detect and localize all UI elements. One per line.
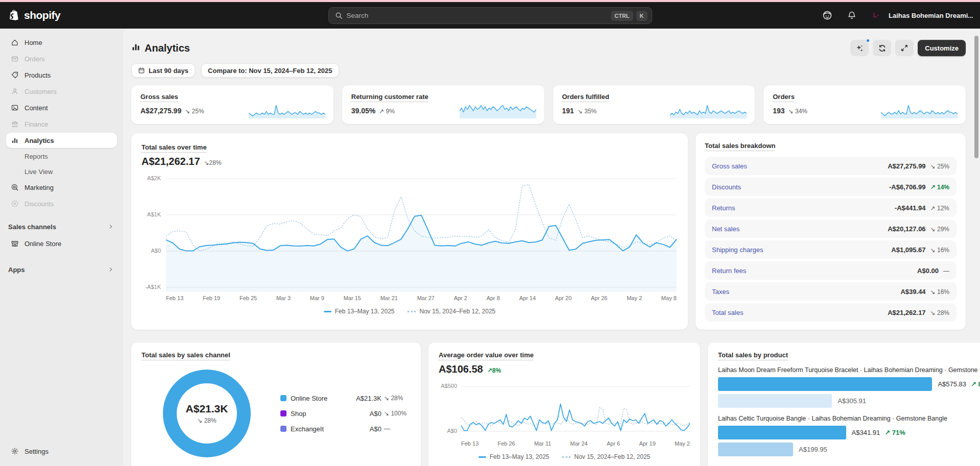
sidebar-item-label: Orders (25, 55, 45, 63)
channel-legend-item-exchangeit: ExchangeItA$0— (280, 425, 411, 433)
product-current-bar-row: A$575.83↗ 88% (718, 377, 980, 391)
total-sales-value: A$21,262.17 (141, 156, 200, 167)
breakdown-row-link[interactable]: Returns (712, 204, 735, 212)
global-search[interactable]: CTRL K (328, 7, 652, 24)
home-icon (10, 38, 19, 46)
sparkline-chart (249, 102, 325, 118)
metric-card-title[interactable]: Orders (773, 93, 795, 101)
x-axis-label: Apr 8 (487, 295, 500, 301)
channel-legend-item-online-store: Online StoreA$21.3K↘ 28% (280, 395, 411, 402)
y-axis-label: A$0 (141, 248, 161, 254)
breakdown-row-link[interactable]: Gross sales (712, 162, 747, 170)
channel-name: Shop (291, 410, 348, 418)
product-previous-bar (718, 443, 793, 456)
total-sales-over-time-title[interactable]: Total sales over time (141, 143, 207, 151)
store-menu-button[interactable]: L- Laihas Bohemian Dreami... (868, 8, 973, 23)
total-sales-x-axis: Feb 13Feb 19Feb 25Mar 3Mar 9Mar 15Mar 21… (166, 295, 677, 301)
compare-to-button[interactable]: Compare to: Nov 15, 2024–Feb 12, 2025 (201, 63, 339, 78)
metric-card-title[interactable]: Returning customer rate (351, 93, 428, 101)
k-key-badge: K (636, 11, 648, 21)
metric-delta: ↘ 25% (185, 108, 204, 115)
date-range-button[interactable]: Last 90 days (131, 63, 195, 78)
breakdown-row-value: A$21,262.17 (888, 309, 925, 316)
search-input[interactable] (347, 12, 608, 19)
breakdown-row-link[interactable]: Taxes (712, 288, 729, 296)
sidebar-item-live-view[interactable]: Live View (6, 164, 117, 179)
sales-by-product-title[interactable]: Total sales by product (718, 351, 788, 359)
customize-button[interactable]: Customize (918, 40, 966, 56)
sidebar-item-products[interactable]: Products (6, 67, 117, 83)
metric-delta: ↘ 34% (788, 108, 807, 115)
fullscreen-button[interactable] (895, 40, 914, 56)
y-axis-label: A$0 (439, 428, 457, 434)
shopify-logo[interactable]: shopify (9, 9, 60, 21)
sidebar-item-orders[interactable]: Orders (6, 51, 117, 66)
breakdown-row-returns: Returns-A$441.94↗ 12% (705, 199, 957, 217)
shopify-admin: shopify CTRL K L- Laihas Bohemian Dreami… (0, 0, 980, 466)
x-axis-label: Mar 27 (417, 295, 435, 301)
topbar: shopify CTRL K L- Laihas Bohemian Dreami… (0, 2, 980, 29)
notifications-bell-icon[interactable] (844, 7, 860, 23)
sparkline-chart (881, 102, 958, 118)
sidebar-section-sales-channels[interactable]: Sales channels (6, 219, 117, 234)
sidebar-item-discounts[interactable]: Discounts (6, 196, 117, 211)
breakdown-row-values: A$20,127.06↘ 29% (888, 225, 949, 233)
product-previous-value: A$199.95 (799, 446, 827, 453)
breakdown-row-values: A$0.00— (917, 267, 949, 275)
sidebar-item-settings[interactable]: Settings (6, 444, 117, 459)
x-axis-label: Mar 9 (310, 295, 324, 301)
sidebar-section-apps[interactable]: Apps (6, 262, 117, 277)
metric-card-orders-fulfilled: Orders fulfilled191↘ 35% (553, 85, 755, 124)
shopify-wordmark: shopify (24, 9, 60, 21)
products-icon (10, 71, 19, 79)
profile-face-icon[interactable] (819, 7, 835, 23)
sidebar-item-marketing[interactable]: Marketing (6, 180, 117, 195)
sidebar-item-home[interactable]: Home (6, 35, 117, 50)
sidebar-item-label: Live View (25, 168, 53, 176)
sidebar-item-online-store[interactable]: Online Store (6, 236, 117, 251)
metric-card-title[interactable]: Gross sales (140, 93, 178, 101)
product-previous-value: A$305.91 (838, 397, 866, 405)
breakdown-row-link[interactable]: Shipping charges (712, 246, 763, 254)
total-sales-breakdown-title[interactable]: Total sales breakdown (705, 142, 775, 150)
magic-insights-button[interactable] (850, 40, 869, 56)
breakdown-row-values: -A$441.94↗ 12% (895, 204, 949, 212)
breakdown-row-return-fees: Return feesA$0.00— (705, 261, 957, 280)
vertical-scrollbar[interactable] (974, 36, 978, 158)
refresh-button[interactable] (873, 40, 891, 56)
channel-delta: ↘ 28% (384, 395, 411, 402)
average-order-value-card: Average order value over time A$106.58 ↗… (428, 342, 700, 466)
compare-to-label: Compare to: Nov 15, 2024–Feb 12, 2025 (208, 67, 332, 75)
ctrl-key-badge: CTRL (611, 11, 633, 21)
metric-card-title[interactable]: Orders fulfilled (562, 93, 609, 101)
analytics-bars-icon (131, 42, 140, 54)
sales-channels-label: Sales channels (8, 223, 56, 231)
total-sales-line-chart (166, 175, 677, 292)
sidebar-item-reports[interactable]: Reports (6, 149, 117, 163)
x-axis-label: May 2 (675, 440, 690, 447)
sidebar-item-label: Content (25, 104, 48, 112)
breakdown-row-delta: ↘ 25% (930, 163, 949, 170)
breakdown-row-link[interactable]: Net sales (712, 225, 739, 233)
average-order-value-title[interactable]: Average order value over time (439, 351, 534, 359)
sales-by-channel-title[interactable]: Total sales by sales channel (141, 351, 230, 359)
chevron-right-icon (108, 224, 114, 230)
sidebar-item-finance[interactable]: Finance (6, 116, 117, 132)
breakdown-row-values: A$39.44↘ 16% (900, 288, 949, 296)
breakdown-row-gross-sales: Gross salesA$27,275.99↘ 25% (705, 157, 957, 175)
breakdown-row-link[interactable]: Discounts (712, 183, 741, 191)
sidebar-item-label: Finance (25, 120, 48, 128)
total-sales-breakdown-card: Total sales breakdown Gross salesA$27,27… (696, 133, 966, 330)
sidebar-item-analytics[interactable]: Analytics (6, 133, 117, 148)
x-axis-label: Apr 6 (607, 440, 620, 447)
sidebar-item-customers[interactable]: Customers (6, 84, 117, 99)
channel-value: A$21.3K (348, 395, 381, 402)
breakdown-row-link[interactable]: Return fees (712, 267, 746, 275)
product-group: Laihas Celtic Turquoise Bangle · Laihas … (718, 415, 980, 456)
metric-card-gross-sales: Gross salesA$27,275.99↘ 25% (131, 85, 333, 124)
sidebar-item-content[interactable]: Content (6, 100, 117, 115)
current-period-swatch (324, 311, 331, 312)
x-axis-label: Feb 26 (497, 440, 515, 447)
y-axis-label: A$1K (141, 211, 161, 217)
breakdown-row-link[interactable]: Total sales (712, 309, 743, 316)
